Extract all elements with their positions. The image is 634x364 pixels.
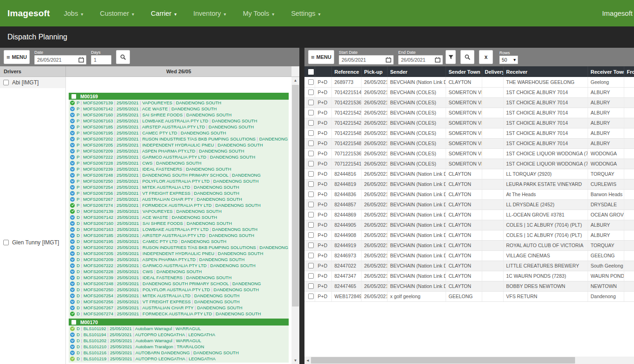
job-item[interactable]: P | MOFS2067256 | 25/05/2021 | VT FREIGH…	[69, 190, 289, 196]
manifest-header[interactable]: M00170	[69, 319, 289, 326]
row-checkbox[interactable]	[308, 110, 314, 115]
select-all-checkbox[interactable]	[308, 69, 314, 75]
table-row[interactable]: P+D70142215362526/05/2021BEVCHAIN (COLES…	[304, 97, 634, 108]
job-item[interactable]: D | MOFS2067256 | 25/05/2021 | VT FREIGH…	[69, 299, 289, 305]
calendar-icon[interactable]	[386, 57, 391, 63]
job-item[interactable]: P | MOFS2067228 | 25/05/2021 | CWS | DAN…	[69, 160, 289, 166]
row-checkbox[interactable]	[308, 89, 314, 95]
calendar-icon[interactable]	[78, 57, 84, 63]
table-row[interactable]: P+D8244485726/05/2021BEVCHAIN (Nation Li…	[304, 199, 634, 210]
job-item[interactable]: P | MOFS2067254 | 25/05/2021 | MITEK AUS…	[69, 184, 289, 190]
job-item[interactable]: P | MOFS2067239 | 25/05/2021 | IDEAL FAS…	[69, 166, 289, 172]
select-all-header-cell[interactable]	[304, 66, 315, 77]
row-checkbox-cell[interactable]	[304, 250, 315, 261]
row-checkbox-cell[interactable]	[304, 261, 315, 271]
scroll-down-arrow-icon[interactable]: ▼	[291, 357, 299, 364]
table-row[interactable]: P+D70142215429526/05/2021BEVCHAIN (COLES…	[304, 118, 634, 128]
row-checkbox[interactable]	[308, 263, 314, 268]
job-item[interactable]: P | MOFS2067274 | 25/05/2021 | FORMDECK …	[69, 202, 289, 208]
row-checkbox[interactable]	[308, 192, 314, 197]
row-checkbox[interactable]	[308, 130, 314, 136]
job-item[interactable]: P | MOFS2067160 | 25/05/2021 | SAI SHREE…	[69, 112, 289, 118]
job-item[interactable]: D | MOFS2067185 | 25/05/2021 | AIRSTEP A…	[69, 232, 289, 238]
job-item[interactable]: P | MOFS2067163 | 25/05/2021 | LOWBAKE A…	[69, 118, 289, 124]
right-search-button[interactable]	[460, 50, 474, 64]
job-item[interactable]: D | MOFS2067228 | 25/05/2021 | CWS | DAN…	[69, 268, 289, 275]
row-checkbox-cell[interactable]	[304, 230, 315, 240]
scroll-up-arrow-icon[interactable]: ▲	[291, 77, 299, 84]
table-row[interactable]: P+D8244746526/05/2021BEVCHAIN (Nation Li…	[304, 281, 634, 291]
left-search-button[interactable]	[116, 50, 130, 64]
job-item[interactable]: D | BLS101216 | 25/05/2021 | AUTOBARN DA…	[69, 350, 289, 356]
row-checkbox[interactable]	[308, 283, 314, 289]
table-row[interactable]: P+D8244491926/05/2021BEVCHAIN (Nation Li…	[304, 240, 634, 250]
calendar-icon[interactable]	[435, 57, 440, 63]
filter-button[interactable]	[446, 50, 456, 64]
driver-row[interactable]: Glen Tunny [IMGT]	[0, 237, 65, 248]
horizontal-scrollbar-thumb[interactable]	[311, 357, 575, 364]
table-row[interactable]: P+D8244702226/05/2021BEVCHAIN (Nation Li…	[304, 261, 634, 271]
row-checkbox[interactable]	[308, 171, 314, 177]
job-item[interactable]: P | MOFS2067205 | 25/05/2021 | INDEPENDE…	[69, 142, 289, 148]
job-item[interactable]: D | MOFS2067139 | 25/05/2021 | VAPOUREYE…	[69, 208, 289, 214]
row-checkbox-cell[interactable]	[304, 291, 315, 301]
table-row[interactable]: P+D8244697326/05/2021BEVCHAIN (Nation Li…	[304, 250, 634, 261]
row-checkbox[interactable]	[308, 161, 314, 166]
job-item[interactable]: D | BLS101219 | 25/05/2021 | AUTOPRO LEO…	[69, 356, 289, 362]
row-checkbox-cell[interactable]	[304, 281, 315, 291]
days-input[interactable]: 1	[91, 55, 111, 64]
table-row[interactable]: P+D8244486926/05/2021BEVCHAIN (Nation Li…	[304, 210, 634, 220]
nav-item-customer[interactable]: Customer▾	[100, 10, 134, 17]
row-checkbox[interactable]	[308, 232, 314, 238]
job-item[interactable]: P | MOFS2067222 | 25/05/2021 | GARMCO AU…	[69, 154, 289, 160]
row-checkbox[interactable]	[308, 181, 314, 187]
job-item[interactable]: D | MOFS2067274 | 25/05/2021 | FORMDECK …	[69, 311, 289, 317]
nav-item-settings[interactable]: Settings▾	[291, 10, 320, 17]
row-checkbox-cell[interactable]	[304, 118, 315, 128]
job-item[interactable]: P | MOFS2067248 | 25/05/2021 | DANDENONG…	[69, 172, 289, 178]
row-checkbox-cell[interactable]	[304, 77, 315, 87]
end-date-input[interactable]: 26/05/2021	[398, 55, 443, 64]
table-row[interactable]: P+D70712215360526/05/2021BEVCHAIN (COLES…	[304, 148, 634, 159]
job-item[interactable]: D | MOFS2067250 | 25/05/2021 | POLYFLOR …	[69, 287, 289, 293]
table-row[interactable]: P+D70712215416126/05/2021BEVCHAIN (COLES…	[304, 159, 634, 169]
nav-item-jobs[interactable]: Jobs▾	[64, 10, 84, 17]
driver-checkbox[interactable]	[3, 240, 9, 245]
row-checkbox-cell[interactable]	[304, 220, 315, 230]
row-checkbox[interactable]	[308, 212, 314, 217]
job-item[interactable]: D | MOFS2067205 | 25/05/2021 | INDEPENDE…	[69, 250, 289, 256]
left-vertical-scrollbar-thumb[interactable]	[292, 85, 299, 307]
row-checkbox-cell[interactable]	[304, 138, 315, 148]
table-row[interactable]: P+D8244490826/05/2021BEVCHAIN (Nation Li…	[304, 230, 634, 240]
scroll-left-arrow-icon[interactable]: ◄	[304, 358, 311, 363]
job-item[interactable]: P | MOFS2067185 | 25/05/2021 | AIRSTEP A…	[69, 124, 289, 130]
job-item[interactable]: P | MOFS2067202 | 25/05/2021 | RUSON IND…	[69, 136, 289, 142]
table-row[interactable]: P+D8244481926/05/2021BEVCHAIN (Nation Li…	[304, 179, 634, 189]
row-checkbox[interactable]	[308, 294, 314, 299]
row-checkbox[interactable]	[308, 120, 314, 126]
row-checkbox-cell[interactable]	[304, 108, 315, 118]
row-checkbox-cell[interactable]	[304, 148, 315, 159]
row-checkbox[interactable]	[308, 79, 314, 85]
job-item[interactable]: P | MOFS2067195 | 25/05/2021 | CAMEC PTY…	[69, 130, 289, 136]
manifest-checkbox[interactable]	[71, 94, 76, 99]
table-row[interactable]: P+D8244483626/05/2021BEVCHAIN (Nation Li…	[304, 189, 634, 199]
row-checkbox[interactable]	[308, 273, 314, 279]
left-menu-button[interactable]: ≡ MENU	[4, 50, 30, 64]
table-row[interactable]: P+D8244481626/05/2021BEVCHAIN (Nation Li…	[304, 169, 634, 179]
job-item[interactable]: P | MOFS2067267 | 25/05/2021 | AUSTRALIA…	[69, 196, 289, 202]
rows-per-page-select[interactable]: 50 ▾	[499, 56, 518, 64]
row-checkbox-cell[interactable]	[304, 210, 315, 220]
job-item[interactable]: D | BLS101192 | 25/05/2021 | Autobarn Wa…	[69, 326, 289, 332]
table-row[interactable]: P+D70142215483226/05/2021BEVCHAIN (COLES…	[304, 128, 634, 138]
job-item[interactable]: D | MOFS2067142 | 25/05/2021 | ACE WASTE…	[69, 214, 289, 220]
date-input[interactable]: 26/05/2021	[34, 55, 86, 64]
table-row[interactable]: P+D70142215426326/05/2021BEVCHAIN (COLES…	[304, 108, 634, 118]
row-checkbox[interactable]	[308, 151, 314, 156]
job-item[interactable]: D | BLS101202 | 25/05/2021 | Autobarn Wa…	[69, 338, 289, 344]
row-checkbox-cell[interactable]	[304, 271, 315, 281]
start-date-input[interactable]: 26/05/2021	[339, 55, 394, 64]
row-checkbox-cell[interactable]	[304, 159, 315, 169]
horizontal-scrollbar[interactable]: ◄	[304, 357, 634, 364]
job-item[interactable]: D | MOFS2067209 | 25/05/2021 | ASPEN PHA…	[69, 256, 289, 262]
